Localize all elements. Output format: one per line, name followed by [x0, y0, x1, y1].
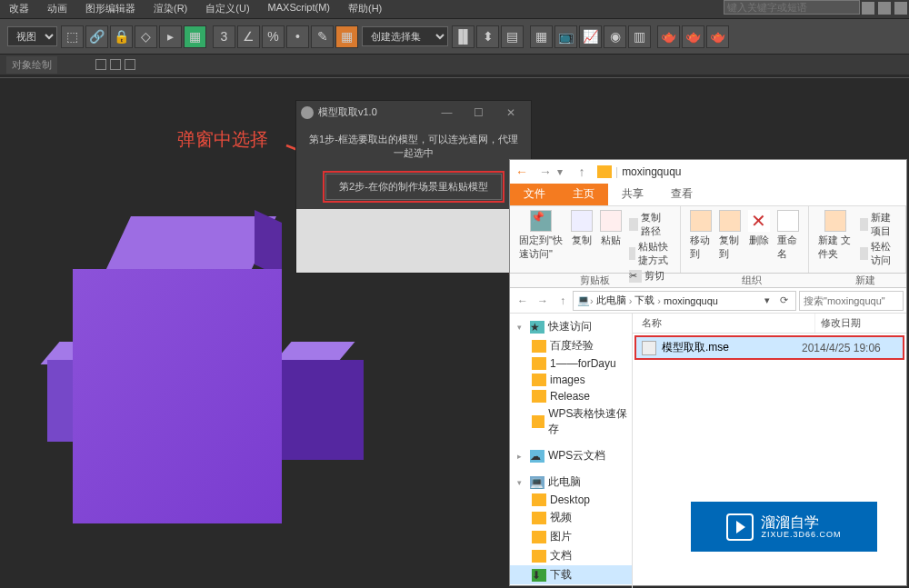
file-icon: [642, 341, 656, 355]
search-input[interactable]: [724, 0, 860, 15]
mirror-v-icon[interactable]: ⬍: [476, 25, 499, 48]
mirror-h-icon[interactable]: ▐▌: [452, 25, 474, 48]
new-folder-button[interactable]: 新建 文件夹: [814, 208, 856, 263]
snap-angle-icon[interactable]: ∠: [237, 25, 260, 48]
copy-path-button[interactable]: 复制路径: [629, 210, 671, 239]
step2-button[interactable]: 第2步-在你的制作场景里粘贴模型: [325, 174, 502, 200]
ribbon-cat-organize: 组织: [679, 274, 824, 287]
file-date: 2014/4/25 19:06: [802, 342, 897, 354]
explorer-search-input[interactable]: [799, 291, 904, 311]
tool-flag-icon[interactable]: ▸: [159, 25, 182, 48]
snap-3-icon[interactable]: 3: [213, 25, 235, 48]
nav-folder-3[interactable]: images: [510, 372, 632, 388]
account-icon[interactable]: [894, 2, 907, 15]
rename-button[interactable]: 重命名: [774, 208, 803, 263]
menu-render[interactable]: 渲染(R): [145, 0, 196, 18]
nav-music[interactable]: ♪音乐: [510, 584, 632, 588]
menu-maxscript[interactable]: MAXScript(M): [259, 0, 339, 18]
sec-box2[interactable]: [110, 59, 121, 70]
tool-orange-icon[interactable]: ▦: [335, 25, 358, 48]
tab-share[interactable]: 共享: [608, 184, 657, 205]
annotation-popup-select: 弹窗中选择: [177, 127, 268, 152]
minimize-button[interactable]: —: [431, 106, 463, 119]
file-row[interactable]: 模型取取.mse 2014/4/25 19:06: [634, 335, 904, 360]
sec-box3[interactable]: [125, 59, 135, 70]
sec-box1[interactable]: [95, 59, 106, 70]
tool-edit-icon[interactable]: ✎: [311, 25, 334, 48]
nav-quick-access[interactable]: ▾★快速访问: [510, 317, 632, 336]
menu-help[interactable]: 帮助(H): [339, 0, 391, 18]
align-icon[interactable]: ▤: [501, 25, 524, 48]
nav-downloads[interactable]: ⬇下载: [510, 565, 632, 584]
addr-back[interactable]: ←: [513, 291, 533, 311]
render-setup-icon[interactable]: ▥: [628, 25, 651, 48]
graph-icon[interactable]: 📈: [579, 25, 602, 48]
nav-folder-1[interactable]: 百度经验: [510, 336, 632, 355]
addr-fwd[interactable]: →: [533, 291, 553, 311]
new-item-button[interactable]: 新建项目: [860, 210, 896, 239]
easy-access-button[interactable]: 轻松访问: [860, 239, 896, 268]
dialog-titlebar[interactable]: 模型取取v1.0 — ☐ ✕: [296, 101, 531, 124]
addr-dropdown[interactable]: ▾: [759, 294, 775, 306]
address-bar[interactable]: 💻 › 此电脑 › 下载 › moxingququ ▾ ⟳: [573, 291, 796, 311]
crumb-thispc[interactable]: 此电脑: [594, 294, 629, 307]
nav-cloud[interactable]: ▸☁WPS云文档: [510, 446, 632, 465]
teapot2-icon[interactable]: 🫖: [682, 25, 704, 48]
search-icon[interactable]: [862, 2, 874, 15]
nav-pictures[interactable]: 图片: [510, 527, 632, 546]
nav-documents[interactable]: 文档: [510, 546, 632, 565]
history-dropdown[interactable]: ▾: [557, 165, 570, 178]
nav-videos[interactable]: 视频: [510, 508, 632, 527]
nav-desktop[interactable]: Desktop: [510, 492, 632, 508]
menu-custom[interactable]: 自定义(U): [196, 0, 258, 18]
nav-folder-4[interactable]: Release: [510, 388, 632, 404]
addr-refresh[interactable]: ⟳: [775, 294, 792, 306]
tool-select-icon[interactable]: ▦: [184, 25, 206, 48]
nav-folder-5[interactable]: WPS表格快速保存: [510, 404, 632, 439]
menu-bar: 改器 动画 图形编辑器 渲染(R) 自定义(U) MAXScript(M) 帮助…: [0, 0, 909, 18]
tool-frame-icon[interactable]: ⬚: [61, 25, 84, 48]
paste-shortcut-button[interactable]: 粘贴快捷方式: [629, 239, 671, 268]
tool-axis-icon[interactable]: ◇: [135, 25, 157, 48]
tab-file[interactable]: 文件: [510, 184, 559, 205]
tool-link-icon[interactable]: 🔗: [85, 25, 108, 48]
tab-view[interactable]: 查看: [657, 184, 706, 205]
nav-thispc[interactable]: ▾💻此电脑: [510, 473, 632, 492]
tab-home[interactable]: 主页: [559, 184, 608, 205]
col-name[interactable]: 名称: [633, 314, 815, 333]
col-date[interactable]: 修改日期: [815, 314, 906, 333]
material-icon[interactable]: ◉: [604, 25, 626, 48]
app-icon: [301, 106, 314, 119]
menu-animation[interactable]: 动画: [38, 0, 76, 18]
snap-percent-icon[interactable]: %: [262, 25, 285, 48]
maximize-button[interactable]: ☐: [463, 106, 494, 119]
mode-object-paint[interactable]: 对象绘制: [6, 56, 57, 74]
help-icon[interactable]: [878, 2, 891, 15]
view-dropdown[interactable]: 视图: [7, 26, 57, 46]
selection-set-dropdown[interactable]: 创建选择集: [362, 26, 448, 46]
moveto-button[interactable]: 移动到: [686, 208, 715, 263]
copyto-button[interactable]: 复制到: [715, 208, 744, 263]
teapot3-icon[interactable]: 🫖: [706, 25, 729, 48]
tool-lock-icon[interactable]: 🔒: [110, 25, 133, 48]
crumb-folder[interactable]: moxingququ: [661, 295, 721, 306]
close-button[interactable]: ✕: [494, 106, 526, 119]
teapot-icon[interactable]: 🫖: [657, 25, 680, 48]
addr-up[interactable]: ↑: [553, 291, 573, 311]
back-button[interactable]: ←: [510, 160, 534, 184]
column-headers[interactable]: 名称 修改日期: [633, 314, 906, 334]
delete-button[interactable]: ✕删除: [744, 208, 774, 249]
explorer-titlebar[interactable]: ← → ▾ ↑ | moxingququ: [510, 160, 906, 184]
nav-folder-2[interactable]: 1——forDayu: [510, 355, 632, 372]
address-bar-row: ← → ↑ 💻 › 此电脑 › 下载 › moxingququ ▾ ⟳: [510, 288, 906, 314]
snap-node-icon[interactable]: •: [286, 25, 309, 48]
layers-icon[interactable]: ▦: [530, 25, 553, 48]
up-button[interactable]: ↑: [570, 160, 594, 184]
menu-modifier[interactable]: 改器: [0, 0, 38, 18]
crumb-downloads[interactable]: 下载: [632, 294, 657, 307]
snap-angle-group: 3 ∠ % •: [212, 25, 310, 48]
explorer-nav-pane[interactable]: ▾★快速访问 百度经验 1——forDayu images Release WP…: [510, 314, 633, 588]
forward-button[interactable]: →: [534, 160, 557, 184]
menu-grapheditor[interactable]: 图形编辑器: [76, 0, 145, 18]
display-icon[interactable]: 📺: [554, 25, 577, 48]
